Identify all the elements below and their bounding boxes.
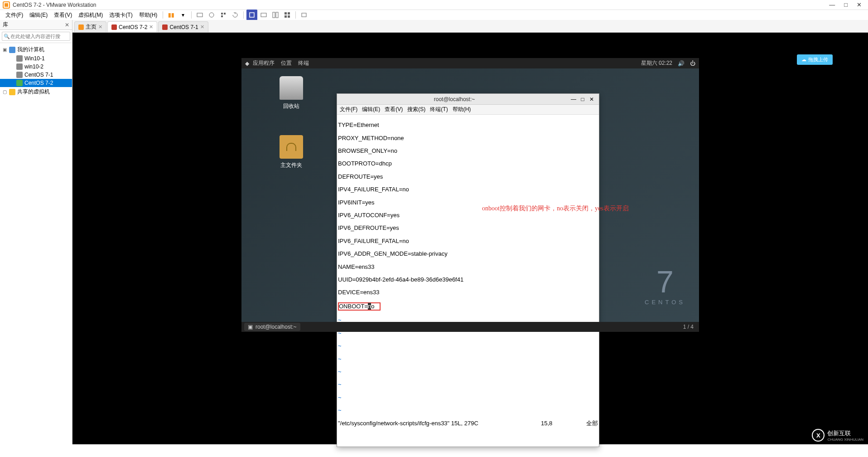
- tree-vm-centos-7-2[interactable]: CentOS 7-2: [0, 79, 72, 87]
- menu-help[interactable]: 帮助(H): [136, 10, 160, 20]
- tree-vm-centos-7-1[interactable]: CentOS 7-1: [0, 71, 72, 79]
- vm-tabs: 主页 ✕ CentOS 7-2 ✕ CentOS 7-1 ✕: [72, 20, 868, 33]
- svg-rect-0: [197, 13, 203, 17]
- menu-view[interactable]: 查看(V): [51, 10, 75, 20]
- gnome-apps-menu[interactable]: 应用程序: [253, 59, 275, 67]
- svg-rect-12: [288, 15, 290, 18]
- home-icon: [78, 24, 84, 30]
- cloud-icon: ☁: [801, 57, 806, 63]
- terminal-close-button[interactable]: ✕: [587, 96, 596, 102]
- taskbar-terminal-app[interactable]: ▣ root@localhost:~: [244, 323, 300, 331]
- library-title: 库: [3, 21, 8, 29]
- svg-rect-5: [250, 13, 254, 17]
- snapshot-manager-button[interactable]: [218, 10, 229, 20]
- terminal-minimize-button[interactable]: —: [569, 96, 578, 102]
- tree-vm-win10-2[interactable]: win10-2: [0, 63, 72, 71]
- home-folder-icon: [280, 135, 303, 159]
- tab-centos-7-2[interactable]: CentOS 7-2 ✕: [107, 21, 157, 32]
- maximize-button[interactable]: □: [844, 1, 848, 8]
- trash-icon: [280, 76, 303, 100]
- guest-desktop[interactable]: ◆ 应用程序 位置 终端 星期六 02:22 🔊 ⏻ 回收站: [241, 58, 699, 332]
- tab-centos-7-1[interactable]: CentOS 7-1 ✕: [158, 21, 208, 32]
- home-folder-desktop-icon[interactable]: 主文件夹: [273, 135, 309, 169]
- library-search-input[interactable]: [2, 32, 70, 41]
- baiduyun-upload-button[interactable]: ☁ 拖拽上传: [797, 54, 833, 65]
- thumbnail-view-button[interactable]: [282, 10, 293, 20]
- onboot-highlight-box: ONBOOT=no: [338, 302, 381, 311]
- gnome-places-menu[interactable]: 位置: [281, 59, 292, 67]
- minimize-button[interactable]: —: [829, 1, 835, 8]
- svg-rect-3: [224, 13, 226, 15]
- gnome-taskbar: ▣ root@localhost:~ 1 / 4: [241, 322, 699, 332]
- centos-wallpaper-logo: 7 CENTOS: [645, 266, 685, 306]
- vm-tree: ▣ 我的计算机 Win10-1 win10-2 CentOS 7-1 CentO…: [0, 43, 72, 98]
- terminal-title: root@localhost:~: [340, 96, 569, 102]
- power-dropdown-button[interactable]: ▾: [178, 10, 188, 20]
- tab-home[interactable]: 主页 ✕: [74, 21, 106, 32]
- power-icon[interactable]: ⏻: [690, 60, 695, 67]
- vi-status-scroll: 全部: [586, 420, 598, 427]
- library-close-button[interactable]: ✕: [65, 22, 69, 28]
- tree-vm-win10-1[interactable]: Win10-1: [0, 54, 72, 63]
- power-pause-button[interactable]: ▮▮: [166, 10, 177, 20]
- menu-file[interactable]: 文件(F): [3, 10, 26, 20]
- svg-rect-7: [273, 12, 275, 18]
- gnome-top-bar: ◆ 应用程序 位置 终端 星期六 02:22 🔊 ⏻: [241, 58, 699, 68]
- tree-shared-vms[interactable]: ▢ 共享的虚拟机: [0, 87, 72, 97]
- terminal-window[interactable]: root@localhost:~ — □ ✕ 文件(F) 编辑(E) 查看(V)…: [337, 93, 599, 447]
- svg-rect-9: [285, 12, 287, 15]
- fullscreen-button[interactable]: [246, 10, 257, 20]
- svg-rect-8: [276, 12, 278, 18]
- terminal-menu-edit[interactable]: 编辑(E): [362, 106, 380, 113]
- svg-rect-2: [221, 13, 223, 15]
- vm-console-viewport[interactable]: ☁ 拖拽上传 ◆ 应用程序 位置 终端 星期六 02:22 🔊 ⏻: [72, 33, 868, 444]
- unity-button[interactable]: [258, 10, 269, 20]
- svg-point-1: [209, 13, 214, 17]
- vi-status-file: "/etc/sysconfig/network-scripts/ifcfg-en…: [338, 420, 541, 427]
- watermark: X 创新互联 CHUANG XINHULIAN: [812, 429, 863, 442]
- terminal-maximize-button[interactable]: □: [578, 96, 587, 102]
- svg-rect-4: [221, 15, 223, 17]
- vmware-app-icon: [3, 1, 10, 9]
- terminal-menu-help[interactable]: 帮助(H): [453, 106, 471, 113]
- search-icon: 🔍: [4, 34, 10, 39]
- terminal-menu-terminal[interactable]: 终端(T): [430, 106, 448, 113]
- vm-icon: [162, 24, 168, 30]
- tab-close-icon[interactable]: ✕: [149, 24, 153, 30]
- menu-vm[interactable]: 虚拟机(M): [76, 10, 106, 20]
- volume-icon[interactable]: 🔊: [678, 60, 685, 67]
- workspace-indicator[interactable]: 1 / 4: [680, 324, 696, 330]
- close-button[interactable]: ✕: [857, 1, 862, 8]
- tree-my-computer[interactable]: ▣ 我的计算机: [0, 45, 72, 54]
- terminal-menu-search[interactable]: 搜索(S): [407, 106, 425, 113]
- activities-icon: ◆: [245, 60, 249, 67]
- console-view-button[interactable]: [270, 10, 281, 20]
- revert-snapshot-button[interactable]: [230, 10, 241, 20]
- svg-rect-13: [302, 13, 306, 17]
- terminal-menu-view[interactable]: 查看(V): [385, 106, 403, 113]
- svg-rect-6: [261, 13, 266, 17]
- main-menu-bar: 文件(F) 编辑(E) 查看(V) 虚拟机(M) 选项卡(T) 帮助(H) ▮▮…: [0, 10, 868, 20]
- snapshot-button[interactable]: [206, 10, 217, 20]
- terminal-menu-bar: 文件(F) 编辑(E) 查看(V) 搜索(S) 终端(T) 帮助(H): [337, 105, 599, 115]
- tab-close-icon[interactable]: ✕: [98, 24, 102, 30]
- gnome-terminal-menu[interactable]: 终端: [298, 59, 309, 67]
- tab-close-icon[interactable]: ✕: [200, 24, 204, 30]
- terminal-taskbar-icon: ▣: [248, 324, 253, 330]
- trash-desktop-icon[interactable]: 回收站: [273, 76, 309, 110]
- menu-edit[interactable]: 编辑(E): [27, 10, 50, 20]
- terminal-menu-file[interactable]: 文件(F): [340, 106, 357, 113]
- watermark-icon: X: [812, 429, 825, 442]
- window-title-bar: CentOS 7-2 - VMware Workstation — □ ✕: [0, 0, 868, 10]
- vi-status-position: 15,8: [541, 420, 586, 427]
- stretch-guest-button[interactable]: [299, 10, 309, 20]
- window-title: CentOS 7-2 - VMware Workstation: [13, 2, 829, 8]
- terminal-text-area[interactable]: TYPE=Ethernet PROXY_METHOD=none BROWSER_…: [337, 115, 599, 447]
- send-ctrl-alt-del-button[interactable]: [194, 10, 205, 20]
- svg-rect-11: [285, 15, 287, 18]
- vm-icon: [111, 24, 117, 30]
- gnome-clock[interactable]: 星期六 02:22: [641, 59, 672, 67]
- annotation-text: onboot控制着我们的网卡，no表示关闭，yes表示开启: [482, 205, 629, 212]
- menu-tabs[interactable]: 选项卡(T): [106, 10, 135, 20]
- terminal-title-bar[interactable]: root@localhost:~ — □ ✕: [337, 94, 599, 105]
